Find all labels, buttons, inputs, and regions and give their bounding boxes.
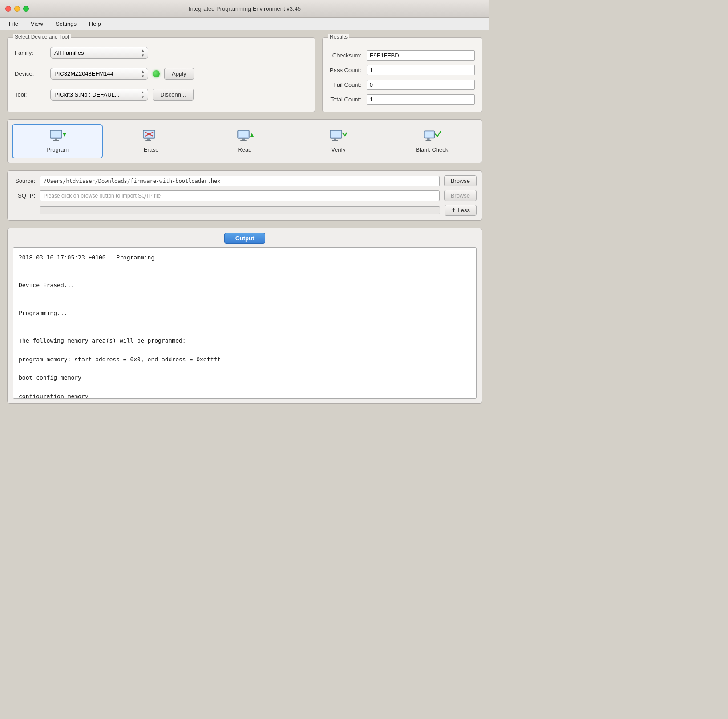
verify-label: Verify: [331, 146, 346, 153]
svg-rect-17: [331, 131, 341, 137]
source-label: Source:: [13, 178, 35, 184]
erase-button[interactable]: Erase: [105, 124, 196, 158]
action-buttons-panel: Program Erase: [7, 119, 482, 163]
svg-rect-3: [53, 140, 59, 141]
output-area[interactable]: 2018-03-16 17:05:23 +0100 – Programming.…: [13, 247, 477, 399]
svg-rect-1: [51, 131, 61, 137]
svg-rect-2: [55, 138, 57, 140]
svg-rect-7: [147, 138, 150, 140]
pass-count-value: 1: [367, 65, 475, 75]
svg-marker-4: [63, 133, 66, 137]
program-icon: [49, 129, 66, 144]
progress-bar-container: [40, 206, 440, 214]
maximize-button[interactable]: [23, 6, 29, 12]
svg-rect-14: [240, 140, 247, 141]
pass-count-label: Pass Count:: [330, 67, 361, 73]
source-browse-button[interactable]: Browse: [444, 175, 477, 186]
verify-icon: [329, 129, 347, 144]
blank-check-label: Blank Check: [416, 146, 448, 153]
svg-marker-15: [250, 133, 254, 137]
source-section: Source: Browse SQTP: Browse ⬆ Less: [7, 170, 482, 221]
total-count-value: 1: [367, 94, 475, 105]
svg-rect-12: [239, 131, 248, 137]
menu-file[interactable]: File: [7, 20, 20, 28]
svg-rect-18: [334, 138, 336, 140]
verify-button[interactable]: Verify: [293, 124, 384, 158]
device-label: Device:: [15, 70, 46, 77]
results-grid: Checksum: E9E1FFBD Pass Count: 1 Fail Co…: [330, 50, 475, 105]
fail-count-label: Fail Count:: [330, 81, 361, 88]
results-panel: Results Checksum: E9E1FFBD Pass Count: 1…: [322, 37, 482, 112]
device-tool-panel: Select Device and Tool Family: All Famil…: [7, 37, 315, 112]
menubar: File View Settings Help: [0, 18, 489, 30]
svg-rect-21: [425, 132, 433, 137]
titlebar: Integrated Programming Environment v3.45: [0, 0, 489, 18]
checksum-value: E9E1FFBD: [367, 50, 475, 61]
erase-icon: [142, 129, 160, 144]
checksum-label: Checksum:: [330, 52, 361, 59]
blank-check-icon: [423, 129, 441, 144]
read-icon: [236, 129, 254, 144]
output-section: Output 2018-03-16 17:05:23 +0100 – Progr…: [7, 228, 482, 404]
minimize-button[interactable]: [14, 6, 20, 12]
tool-row: Tool: PICkit3 S.No : DEFAUL... Disconn..…: [15, 89, 307, 101]
sqtp-input[interactable]: [40, 190, 440, 201]
erase-label: Erase: [144, 146, 159, 153]
family-row: Family: All Families: [15, 47, 307, 59]
sqtp-row: SQTP: Browse: [13, 190, 477, 201]
window-title: Integrated Programming Environment v3.45: [189, 5, 301, 12]
sqtp-browse-button[interactable]: Browse: [444, 190, 477, 201]
svg-rect-22: [427, 138, 429, 140]
source-input[interactable]: [40, 176, 440, 186]
program-button[interactable]: Program: [12, 124, 103, 158]
svg-rect-19: [332, 140, 338, 141]
sqtp-label: SQTP:: [13, 192, 35, 199]
device-row: Device: PIC32MZ2048EFM144 Apply: [15, 68, 307, 80]
tool-select[interactable]: PICkit3 S.No : DEFAUL...: [50, 89, 148, 101]
connection-status-dot: [153, 70, 160, 77]
output-header: Output: [13, 233, 477, 244]
family-label: Family:: [15, 49, 46, 56]
device-tool-panel-title: Select Device and Tool: [13, 34, 71, 40]
menu-help[interactable]: Help: [87, 20, 103, 28]
svg-rect-13: [242, 138, 245, 140]
read-label: Read: [238, 146, 251, 153]
apply-button[interactable]: Apply: [164, 68, 194, 80]
menu-settings[interactable]: Settings: [54, 20, 78, 28]
traffic-lights: [5, 6, 29, 12]
results-panel-title: Results: [328, 34, 349, 40]
tool-select-wrapper: PICkit3 S.No : DEFAUL...: [50, 89, 148, 101]
less-button[interactable]: ⬆ Less: [445, 205, 477, 216]
device-select[interactable]: PIC32MZ2048EFM144: [50, 68, 148, 80]
family-select[interactable]: All Families: [50, 47, 148, 59]
top-section: Select Device and Tool Family: All Famil…: [7, 37, 482, 112]
fail-count-value: 0: [367, 80, 475, 90]
device-select-wrapper: PIC32MZ2048EFM144: [50, 68, 148, 80]
main-content: Select Device and Tool Family: All Famil…: [0, 30, 489, 411]
tool-label: Tool:: [15, 91, 46, 98]
blank-check-button[interactable]: Blank Check: [387, 124, 477, 158]
disconnect-button[interactable]: Disconn...: [153, 89, 194, 101]
read-button[interactable]: Read: [199, 124, 290, 158]
menu-view[interactable]: View: [29, 20, 45, 28]
svg-rect-8: [145, 140, 151, 141]
total-count-label: Total Count:: [330, 96, 361, 103]
source-row: Source: Browse: [13, 175, 477, 186]
close-button[interactable]: [5, 6, 11, 12]
program-label: Program: [46, 146, 69, 153]
progress-row: ⬆ Less: [13, 205, 477, 216]
svg-rect-23: [425, 140, 431, 141]
family-select-wrapper: All Families: [50, 47, 148, 59]
output-tab[interactable]: Output: [224, 233, 266, 244]
